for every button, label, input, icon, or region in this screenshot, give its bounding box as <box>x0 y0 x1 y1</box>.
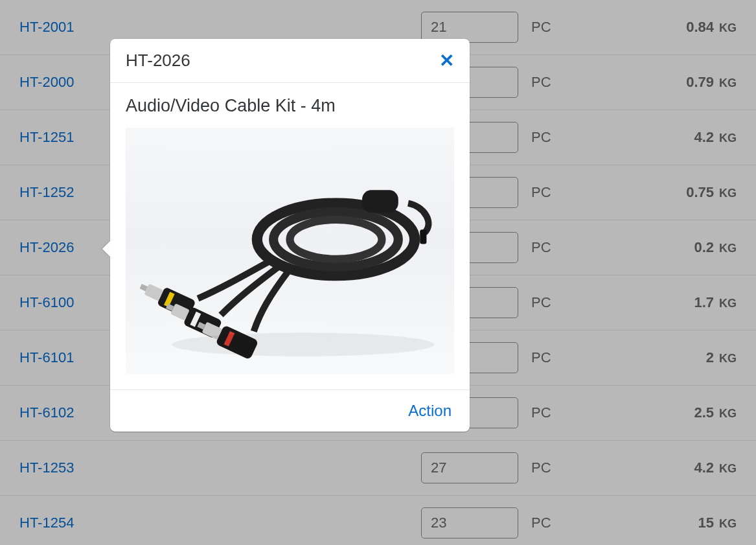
popover-title: HT-2026 <box>126 51 190 71</box>
svg-rect-4 <box>420 229 426 244</box>
svg-point-2 <box>290 220 382 259</box>
popover-description: Audio/Video Cable Kit - 4m <box>126 96 454 116</box>
popover-footer: Action <box>110 389 470 432</box>
svg-rect-3 <box>362 190 398 212</box>
product-popover: HT-2026 ✕ Audio/Video Cable Kit - 4m <box>110 39 470 432</box>
popover-header: HT-2026 ✕ <box>110 39 470 83</box>
popover-body: Audio/Video Cable Kit - 4m <box>110 83 470 389</box>
product-image <box>126 128 454 374</box>
close-icon: ✕ <box>439 51 454 71</box>
close-button[interactable]: ✕ <box>439 52 454 70</box>
svg-point-17 <box>172 332 435 356</box>
popover-arrow-icon <box>102 241 110 257</box>
action-button[interactable]: Action <box>408 402 452 420</box>
cable-icon <box>126 128 454 374</box>
